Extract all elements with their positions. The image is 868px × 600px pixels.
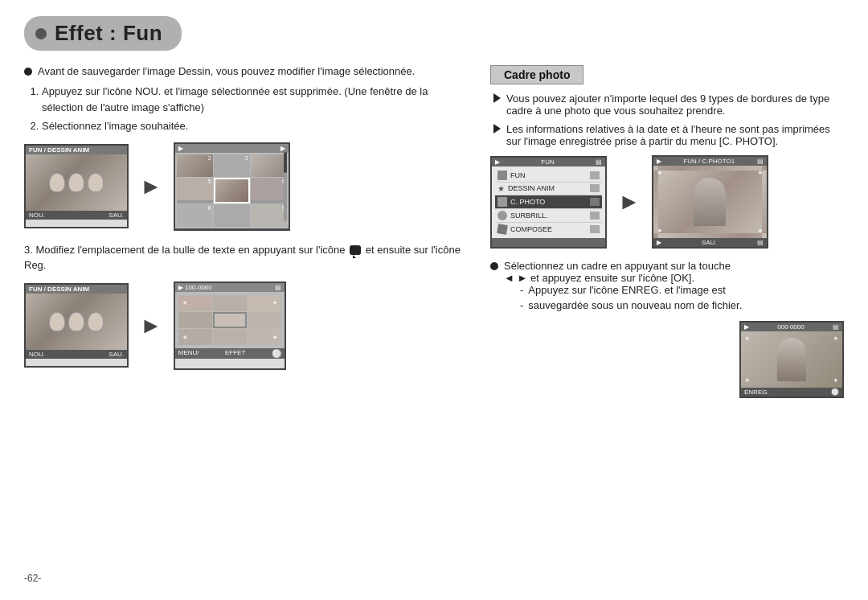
result-sparkle-tr: ✦ (833, 335, 839, 343)
sparkle-icon-2: ✦ (272, 298, 278, 307)
grid-cell-2: 3 (214, 154, 250, 177)
numbered-steps: Appuyez sur l'icône NOU. et l'image séle… (24, 84, 466, 134)
frame-sparkle-tl: ✦ (657, 169, 663, 177)
camera-screen-1: FUN / DESSIN ANIM NOU. SAU. (24, 144, 129, 228)
composee-icon (497, 224, 508, 235)
screen4-grid (175, 292, 285, 348)
step-2-text: Sélectionnez l'image souhaitée. (42, 120, 188, 132)
grid-cell-7: 8 (177, 204, 213, 227)
camera-screen-4: ▶ 100-0060 ▤ (174, 282, 286, 370)
screen3-girl-1 (49, 312, 65, 331)
menu-label: MENU/ (178, 349, 199, 358)
person-silhouette-container (653, 166, 767, 238)
title-dot (35, 28, 47, 39)
screen4-counter: 100-0060 (185, 284, 212, 291)
triangle-bullet-1 (493, 93, 501, 103)
arrow-2: ► (140, 313, 162, 339)
sau-label-right: SAU. (702, 239, 717, 246)
cadre-select-bullet: Sélectionnez un cadre en appuyant sur la… (490, 260, 844, 314)
step-3-text: Modifiez l'emplacement de la bulle de te… (35, 244, 345, 256)
effet-label: EFFET (225, 349, 245, 358)
cadre-photo-header: Cadre photo (490, 65, 583, 84)
result-sparkle-br: ✦ (833, 376, 839, 384)
camera-screen-2: ▶ ▶ 2 3 (174, 142, 290, 231)
grid-cell-3 (251, 154, 287, 177)
surbrill-label: SURBRILL. (510, 212, 548, 220)
grid-cell-5 (214, 178, 250, 203)
fun-label: FUN (510, 171, 526, 179)
fun-cphoto-label: FUN / C.PHOTO1 (683, 158, 735, 165)
right-bullet-1-text: Vous pouvez ajouter n'importe lequel des… (506, 92, 844, 117)
sau-label: SAU. (108, 212, 124, 219)
grid-cell-6: 6 (251, 178, 287, 203)
nou-label: NOU. (29, 212, 45, 219)
bullet-1-text: Avant de sauvegarder l'image Dessin, vou… (38, 65, 415, 77)
arrow-1: ► (140, 174, 162, 199)
cadre-select-text: Sélectionnez un cadre en appuyant sur la… (504, 260, 742, 314)
image-row-1: FUN / DESSIN ANIM NOU. SAU. ► ▶ ▶ (24, 142, 466, 231)
composee-label: COMPOSEE (510, 225, 552, 233)
screen3-girl-2 (68, 312, 84, 331)
sau-label-3: SAU. (108, 351, 124, 358)
screen2-grid: 2 3 5 (175, 153, 289, 228)
step-1-text: Appuyez sur l'icône NOU. et l'image séle… (42, 85, 428, 113)
result-screen-counter: 000·0000 (777, 323, 804, 331)
menu-item-dessin: ★ DESSIN ANIM (495, 183, 602, 195)
screen3-top-bar: FUN / DESSIN ANIM (26, 285, 127, 294)
girl-face-3 (88, 173, 104, 192)
step-3-num: 3. (24, 244, 35, 256)
surbrill-icon (497, 211, 507, 220)
dash-text-2: sauvegardée sous un nouveau nom de fichi… (528, 299, 742, 311)
page-title-bar: Effet : Fun (24, 16, 182, 51)
screen3-photo (26, 294, 127, 350)
result-screen-bottom: ENREG. ⚪ (741, 388, 842, 397)
step-2: Sélectionnez l'image souhaitée. (42, 118, 466, 134)
result-screen-body: ✦ ✦ ✦ ✦ (741, 331, 842, 388)
result-person-container (741, 331, 842, 388)
wedding-photo-body: ✦ ✦ ✦ ✦ (653, 166, 767, 238)
menu-item-surbrill: SURBRILL. (495, 209, 602, 223)
screen2-top-bar: ▶ ▶ (175, 144, 289, 153)
right-bullet-1: Vous pouvez ajouter n'importe lequel des… (490, 92, 844, 117)
menu-screen-bottom (492, 238, 605, 247)
right-bullet-2-text: Les informations relatives à la date et … (506, 123, 844, 147)
dash-text-1: Appuyez sur l'icône ENREG. et l'image es… (528, 284, 726, 296)
result-screen-row: ▶ 000·0000 ▤ ✦ ✦ ✦ ✦ ENREG. (490, 321, 844, 398)
girl-face-2 (68, 173, 84, 192)
result-sparkle-tl: ✦ (744, 335, 751, 343)
wedding-screen-bottom: ▶ SAU. ▤ (653, 238, 767, 247)
grid-cell-1: 2 (177, 154, 213, 177)
screen2-icon: ▶ (178, 145, 183, 152)
screen3-bottom-bar: NOU. SAU. (26, 350, 127, 359)
frame-sparkle-br: ✦ (757, 227, 764, 235)
frame-sparkle-tr: ✦ (757, 169, 764, 177)
screen2-bottom: ⌄ (175, 228, 289, 231)
grid-cell-4: 5 (177, 178, 213, 203)
grid-cell-9: 9 (251, 204, 287, 227)
result-screen: ▶ 000·0000 ▤ ✦ ✦ ✦ ✦ ENREG. (739, 321, 844, 398)
bullet-1: Avant de sauvegarder l'image Dessin, vou… (24, 65, 466, 77)
sparkle-icon-3: ✦ (182, 333, 188, 342)
menu-list: FUN ★ DESSIN ANIM C. PHOTO (492, 166, 605, 238)
right-column: Cadre photo Vous pouvez ajouter n'import… (490, 65, 844, 398)
cadre-select-text-1: Sélectionnez un cadre en appuyant sur la… (504, 260, 742, 272)
cadre-photo-label: Cadre photo (504, 68, 570, 81)
enreg-label: ENREG. (744, 388, 769, 396)
menu-item-fun: FUN (495, 169, 602, 183)
speech-bubble-icon (350, 245, 361, 255)
triangle-bullet-2 (493, 124, 501, 134)
right-bullet-2: Les informations relatives à la date et … (490, 123, 844, 147)
cadre-select-text-2: ◄ ► et appuyez ensuite sur l'icône [OK]. (504, 272, 742, 284)
fun-icon (497, 171, 507, 180)
cphoto-icon (497, 197, 507, 207)
result-sparkle-bl: ✦ (744, 376, 751, 384)
menu-screen-top: ▶ FUN ▤ (492, 158, 605, 166)
page-number: -62- (24, 573, 41, 584)
menu-item-cphoto: C. PHOTO (495, 195, 602, 209)
sparkle-icon: ✦ (182, 298, 188, 307)
right-image-row-1: ▶ FUN ▤ FUN ★ DESSIN ANIM (490, 155, 844, 249)
grid-cell-8 (214, 204, 250, 227)
girl-face-1 (49, 173, 65, 192)
cadre-bullet-circle (490, 262, 498, 270)
screen2-icon2: ▶ (280, 145, 285, 152)
